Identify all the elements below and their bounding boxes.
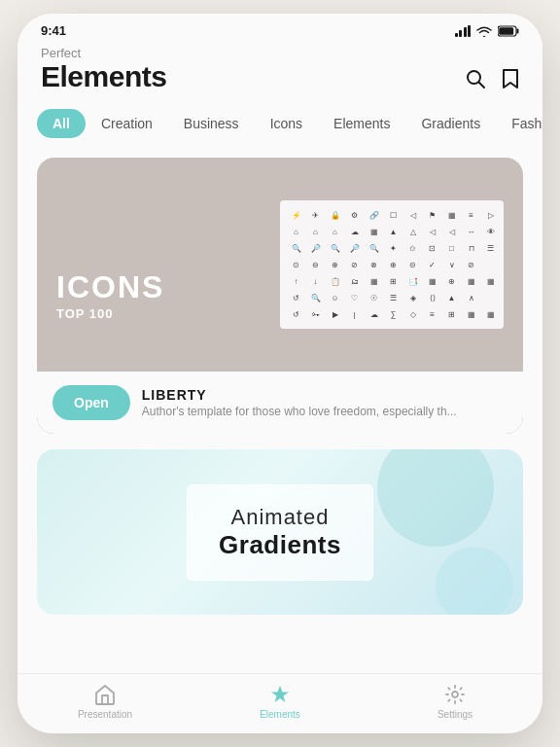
tab-settings-label: Settings [438, 709, 472, 720]
icon-cell: 🔍 [366, 241, 382, 255]
icons-card: ICONS TOP 100 ⚡ ✈ 🔒 ⚙ 🔗 ☐ ◁ ⚑ [37, 158, 523, 434]
icon-cell: ☺ [327, 291, 343, 304]
bottom-tab-bar: Presentation Elements Settings [18, 673, 542, 733]
icon-cell: ▦ [366, 274, 382, 288]
icon-cell: ▦ [366, 225, 382, 238]
icon-cell: 📋 [327, 274, 343, 288]
icons-grid-area: ⚡ ✈ 🔒 ⚙ 🔗 ☐ ◁ ⚑ ▦ ≡ ▷ ⌂ ⌂ ⌂ [280, 200, 504, 329]
icon-cell: | [346, 307, 363, 321]
icon-cell: ☉ [366, 291, 382, 304]
tab-icons[interactable]: Icons [255, 109, 318, 138]
gradients-card: Animated Gradients [37, 449, 523, 615]
page-title: Elements [41, 60, 166, 93]
icon-cell: ⌂ [307, 225, 324, 238]
tab-elements[interactable]: Elements [192, 684, 368, 720]
icon-cell: ∨ [443, 258, 460, 271]
category-tabs: All Creation Business Icons Elements Gra… [18, 105, 542, 150]
icon-cell: ⚙ [346, 208, 363, 222]
icons-grid: ⚡ ✈ 🔒 ⚙ 🔗 ☐ ◁ ⚑ ▦ ≡ ▷ ⌂ ⌂ ⌂ [288, 208, 496, 321]
icon-cell: ⊓ [463, 241, 479, 255]
icon-cell: 📑 [404, 274, 421, 288]
card-footer-text: LIBERTY Author's template for those who … [142, 387, 457, 418]
icon-cell: ☁ [346, 225, 363, 238]
icon-cell: ⊘ [463, 258, 479, 271]
icon-cell: ∑ [385, 307, 402, 321]
icon-cell: ▦ [463, 274, 479, 288]
icon-cell: ⌂ [327, 225, 343, 238]
tab-settings[interactable]: Settings [368, 684, 542, 720]
icon-cell: ♡ [346, 291, 363, 304]
icon-cell: ☰ [385, 291, 402, 304]
star-icon [269, 684, 291, 705]
icon-cell: 🗝 [307, 307, 324, 321]
svg-point-5 [452, 692, 458, 697]
icon-cell: ↑ [288, 274, 304, 288]
icon-cell: ◇ [404, 307, 421, 321]
icon-cell: ✈ [307, 208, 324, 222]
icon-cell: ⊘ [346, 258, 363, 271]
icon-cell: ⊞ [385, 274, 402, 288]
icon-cell: ✦ [385, 241, 402, 255]
icon-cell: 👁 [482, 225, 499, 238]
icon-cell: ☁ [366, 307, 382, 321]
signal-icon [455, 25, 472, 37]
open-button[interactable]: Open [52, 385, 130, 420]
status-bar: 9:41 [18, 14, 542, 42]
icon-cell: ⊗ [366, 258, 382, 271]
icon-cell: ⌂ [288, 225, 304, 238]
icon-cell: 🗂 [346, 274, 363, 288]
tab-creation[interactable]: Creation [86, 109, 168, 138]
icon-cell: ◁ [443, 225, 460, 238]
battery-icon [498, 25, 519, 37]
icons-main-label: ICONS [56, 271, 164, 302]
icon-cell: ▦ [424, 274, 440, 288]
icon-cell: 🔎 [346, 241, 363, 255]
icon-cell: ✩ [404, 241, 421, 255]
header-title-group: Perfect Elements [41, 46, 166, 93]
icon-cell: ⊙ [288, 258, 304, 271]
icon-cell: ↔ [463, 225, 479, 238]
app-subtitle: Perfect [41, 46, 166, 60]
header-actions [465, 68, 519, 93]
tab-presentation[interactable]: Presentation [18, 684, 192, 720]
icons-sub-label: TOP 100 [56, 306, 164, 321]
icon-cell: ≡ [424, 307, 440, 321]
tab-fashion[interactable]: Fashion [496, 109, 542, 138]
tab-gradients[interactable]: Gradients [405, 109, 496, 138]
icon-cell: △ [404, 225, 421, 238]
icon-cell: ⚑ [424, 208, 440, 222]
tab-business[interactable]: Business [168, 109, 255, 138]
icon-cell [482, 258, 499, 271]
icon-cell: ▦ [443, 208, 460, 222]
tab-all[interactable]: All [37, 109, 86, 138]
icon-cell: ▦ [463, 307, 479, 321]
tab-elements[interactable]: Elements [318, 109, 405, 138]
icon-cell: 🔍 [307, 291, 324, 304]
icon-cell: ▷ [482, 208, 499, 222]
search-icon[interactable] [465, 68, 486, 89]
icon-cell: 🔍 [288, 241, 304, 255]
icon-cell: ⊝ [404, 258, 421, 271]
icon-cell: ◁ [424, 225, 440, 238]
bookmark-icon[interactable] [502, 68, 519, 89]
svg-rect-1 [517, 28, 519, 33]
tab-presentation-label: Presentation [78, 709, 132, 720]
icon-cell: 🔎 [307, 241, 324, 255]
icon-cell: ☰ [482, 241, 499, 255]
icon-cell: ◁ [404, 208, 421, 222]
gradient-blob-1 [377, 449, 494, 547]
gradients-title-bold: Gradients [219, 530, 341, 560]
settings-icon [444, 684, 466, 705]
card-footer-desc: Author's template for those who love fre… [142, 405, 457, 418]
content-area: ICONS TOP 100 ⚡ ✈ 🔒 ⚙ 🔗 ☐ ◁ ⚑ [18, 150, 542, 673]
icon-cell: ∧ [463, 291, 479, 304]
gradients-title-thin: Animated [219, 505, 341, 530]
icon-cell: ⟨⟩ [424, 291, 440, 304]
icon-cell: ↓ [307, 274, 324, 288]
icon-cell: ▦ [482, 307, 499, 321]
gradients-text-box: Animated Gradients [187, 484, 373, 581]
icon-cell: ⊡ [424, 241, 440, 255]
icon-cell: ⚡ [288, 208, 304, 222]
tab-elements-label: Elements [260, 709, 300, 720]
icon-cell: ⊕ [443, 274, 460, 288]
